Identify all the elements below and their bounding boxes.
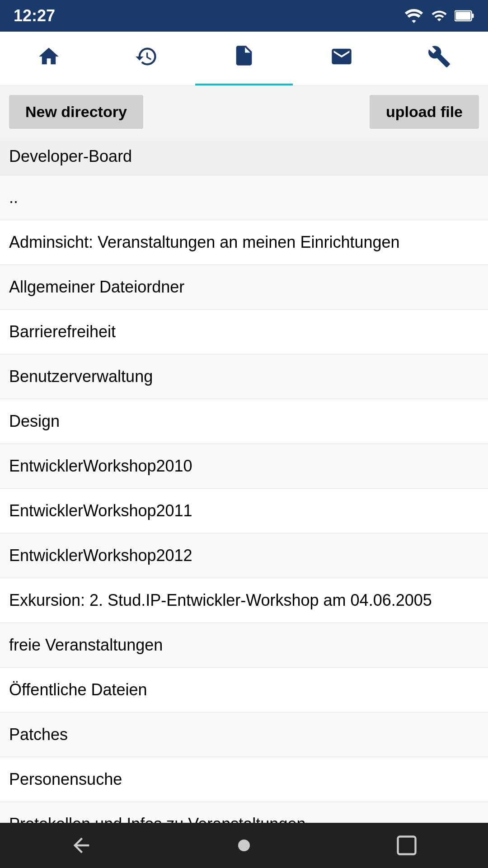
current-directory-item[interactable]: Developer-Board — [0, 138, 488, 175]
svg-point-3 — [238, 840, 250, 851]
status-bar: 12:27 — [0, 0, 488, 32]
bottom-home-button[interactable] — [226, 827, 262, 863]
nav-bar — [0, 32, 488, 86]
history-icon — [135, 45, 158, 68]
list-item[interactable]: Design — [0, 399, 488, 444]
list-item[interactable]: EntwicklerWorkshop2012 — [0, 533, 488, 578]
recent-icon — [395, 834, 418, 857]
bottom-back-button[interactable] — [63, 827, 99, 863]
parent-dir-item[interactable]: .. — [0, 175, 488, 220]
list-item[interactable]: Allgemeiner Dateiordner — [0, 265, 488, 310]
list-item[interactable]: Adminsicht: Veranstaltungen an meinen Ei… — [0, 220, 488, 265]
list-item[interactable]: Benutzerverwaltung — [0, 354, 488, 399]
bottom-nav — [0, 823, 488, 868]
nav-item-history[interactable] — [98, 32, 195, 85]
bottom-home-icon — [232, 834, 256, 857]
list-item[interactable]: Öffentliche Dateien — [0, 668, 488, 712]
list-item[interactable]: Exkursion: 2. Stud.IP-Entwickler-Worksho… — [0, 578, 488, 623]
wifi-icon — [404, 8, 424, 24]
nav-item-home[interactable] — [0, 32, 98, 85]
nav-item-tools[interactable] — [390, 32, 488, 85]
new-directory-button[interactable]: New directory — [9, 95, 143, 129]
back-icon — [70, 834, 93, 857]
mail-icon — [330, 45, 353, 68]
tools-icon — [427, 45, 451, 68]
status-icons — [404, 8, 474, 24]
svg-rect-4 — [398, 837, 416, 854]
list-item[interactable]: Patches — [0, 712, 488, 757]
list-item[interactable]: Protokollen und Infos zu Veranstaltungen — [0, 802, 488, 823]
home-icon — [37, 45, 61, 68]
file-list: Developer-Board .. Adminsicht: Veranstal… — [0, 138, 488, 823]
nav-item-mail[interactable] — [293, 32, 390, 85]
svg-rect-2 — [455, 12, 470, 19]
list-item[interactable]: EntwicklerWorkshop2010 — [0, 444, 488, 489]
svg-rect-1 — [472, 14, 474, 18]
nav-item-files[interactable] — [195, 32, 293, 85]
battery-icon — [455, 8, 474, 24]
file-icon — [232, 44, 256, 67]
list-item[interactable]: Barrierefreiheit — [0, 310, 488, 354]
list-item[interactable]: freie Veranstaltungen — [0, 623, 488, 668]
list-item[interactable]: EntwicklerWorkshop2011 — [0, 489, 488, 533]
toolbar: New directory upload file — [0, 86, 488, 138]
status-time: 12:27 — [14, 6, 55, 25]
upload-file-button[interactable]: upload file — [370, 95, 479, 129]
list-item[interactable]: Personensuche — [0, 757, 488, 802]
signal-icon — [431, 8, 447, 24]
bottom-recent-button[interactable] — [389, 827, 425, 863]
